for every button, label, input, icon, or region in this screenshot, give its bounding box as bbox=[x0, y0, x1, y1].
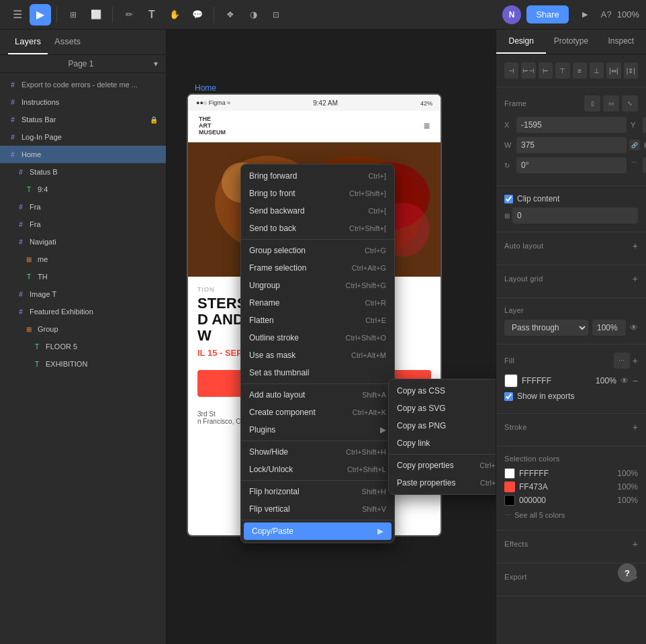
align-bottom-button[interactable]: ⊥ bbox=[590, 62, 604, 79]
layout-tool-button[interactable]: ⊡ bbox=[265, 4, 287, 26]
submenu-copy-properties[interactable]: Copy properties Ctrl+Alt+C bbox=[389, 457, 496, 474]
add-stroke-button[interactable]: + bbox=[633, 422, 638, 432]
layer-item-status-bar[interactable]: # Status Bar 🔒 bbox=[0, 111, 166, 128]
show-exports-checkbox[interactable] bbox=[504, 392, 513, 401]
layer-item-frame1[interactable]: # Fra bbox=[0, 198, 166, 216]
selection-color-swatch-2[interactable] bbox=[504, 481, 515, 492]
present-button[interactable]: ▶ bbox=[574, 4, 596, 26]
layer-item-instructions[interactable]: # Instructions bbox=[0, 93, 166, 111]
shape-tool-button[interactable]: ⬜ bbox=[85, 4, 107, 26]
fill-style-button[interactable]: ⋯ bbox=[614, 353, 630, 369]
menu-set-thumbnail[interactable]: Set as thumbnail bbox=[241, 364, 394, 381]
clip-content-checkbox[interactable] bbox=[504, 195, 513, 203]
tab-design[interactable]: Design bbox=[496, 30, 546, 54]
menu-add-auto-layout[interactable]: Add auto layout Shift+A bbox=[241, 386, 394, 404]
tab-prototype[interactable]: Prototype bbox=[546, 30, 596, 54]
see-all-colors-link[interactable]: See all 5 colors bbox=[514, 508, 565, 522]
layer-item-time-text[interactable]: T 9:4 bbox=[0, 181, 166, 198]
mask-tool-button[interactable]: ◑ bbox=[242, 4, 264, 26]
add-auto-layout-button[interactable]: + bbox=[633, 240, 638, 251]
submenu-copy-svg[interactable]: Copy as SVG bbox=[389, 400, 496, 417]
menu-frame-selection[interactable]: Frame selection Ctrl+Alt+G bbox=[241, 259, 394, 277]
menu-group-selection[interactable]: Group selection Ctrl+G bbox=[241, 242, 394, 259]
tab-assets[interactable]: Assets bbox=[48, 30, 87, 54]
menu-flip-horizontal[interactable]: Flip horizontal Shift+H bbox=[241, 483, 394, 500]
help-bubble[interactable]: ? bbox=[618, 563, 637, 582]
page-selector[interactable]: Page 1 ▾ bbox=[0, 55, 166, 73]
layer-item-group[interactable]: ⊞ Group bbox=[0, 320, 166, 338]
menu-copy-paste[interactable]: Copy/Paste ▶ bbox=[244, 522, 391, 540]
text-tool-button[interactable]: T bbox=[141, 4, 163, 26]
layer-item-image-t[interactable]: # Image T bbox=[0, 285, 166, 303]
menu-rename[interactable]: Rename Ctrl+R bbox=[241, 294, 394, 312]
submenu-copy-png[interactable]: Copy as PNG bbox=[389, 417, 496, 434]
blend-mode-select[interactable]: Pass through bbox=[504, 320, 588, 336]
fill-color-swatch[interactable] bbox=[504, 374, 518, 387]
fill-visibility-button[interactable]: 👁 bbox=[620, 376, 629, 385]
frame-tool-button[interactable]: ⊞ bbox=[62, 4, 84, 26]
layer-item-navigation[interactable]: # Navigati bbox=[0, 233, 166, 250]
menu-lock-unlock[interactable]: Lock/Unlock Ctrl+Shift+L bbox=[241, 461, 394, 478]
w-input[interactable] bbox=[516, 137, 627, 153]
add-effect-button[interactable]: + bbox=[633, 539, 638, 549]
distribute-v-button[interactable]: |⇕| bbox=[624, 62, 638, 79]
submenu-paste-properties[interactable]: Paste properties Ctrl+Alt+V bbox=[389, 474, 496, 492]
menu-bring-forward[interactable]: Bring forward Ctrl+] bbox=[241, 167, 394, 185]
remove-fill-button[interactable]: − bbox=[633, 375, 638, 386]
component-tool-button[interactable]: ❖ bbox=[220, 4, 241, 26]
menu-button[interactable]: ☰ bbox=[7, 4, 28, 26]
frame-resize-button[interactable]: ⤡ bbox=[622, 95, 638, 111]
submenu-copy-link[interactable]: Copy link bbox=[389, 434, 496, 452]
align-left-button[interactable]: ⊣ bbox=[504, 62, 518, 79]
layer-item-the-label[interactable]: T TH bbox=[0, 268, 166, 285]
hand-tool-button[interactable]: ✋ bbox=[164, 4, 185, 26]
layer-item-home[interactable]: # Home bbox=[0, 146, 166, 163]
layer-item-login-page[interactable]: # Log-In Page bbox=[0, 128, 166, 146]
menu-flip-vertical[interactable]: Flip vertical Shift+V bbox=[241, 500, 394, 518]
menu-bring-front[interactable]: Bring to front Ctrl+Shift+] bbox=[241, 185, 394, 202]
menu-show-hide[interactable]: Show/Hide Ctrl+Shift+H bbox=[241, 443, 394, 461]
comment-tool-button[interactable]: 💬 bbox=[187, 4, 208, 26]
hamburger-icon[interactable]: ≡ bbox=[424, 120, 430, 132]
corner-radius-input[interactable] bbox=[643, 157, 646, 173]
menu-send-backward[interactable]: Send backward Ctrl+[ bbox=[241, 202, 394, 220]
visibility-toggle[interactable]: 👁 bbox=[630, 323, 638, 332]
layer-item-floor5[interactable]: T FLOOR 5 bbox=[0, 338, 166, 355]
layer-item-exhibition[interactable]: T EXHIBITION bbox=[0, 355, 166, 373]
tab-inspect[interactable]: Inspect bbox=[596, 30, 646, 54]
x-input[interactable] bbox=[516, 117, 627, 133]
layer-item-frame2[interactable]: # Fra bbox=[0, 216, 166, 233]
zoom-level[interactable]: 100% bbox=[617, 9, 639, 19]
layer-item-featured[interactable]: # Featured Exhibition bbox=[0, 303, 166, 320]
share-button[interactable]: Share bbox=[526, 5, 569, 24]
menu-ungroup[interactable]: Ungroup Ctrl+Shift+G bbox=[241, 277, 394, 294]
opacity-input[interactable] bbox=[592, 320, 626, 336]
layer-item-me[interactable]: ⊞ me bbox=[0, 250, 166, 268]
frame-portrait-button[interactable]: ▯ bbox=[584, 95, 600, 111]
layer-item-export-errors[interactable]: # Export to code errors - delete me ... bbox=[0, 76, 166, 93]
align-right-button[interactable]: ⊢ bbox=[539, 62, 553, 79]
pen-tool-button[interactable]: ✏ bbox=[118, 4, 140, 26]
rotation-input[interactable] bbox=[516, 157, 627, 173]
menu-create-component[interactable]: Create component Ctrl+Alt+K bbox=[241, 404, 394, 421]
add-fill-button[interactable]: + bbox=[633, 353, 638, 369]
align-top-button[interactable]: ⊤ bbox=[555, 62, 569, 79]
move-tool-button[interactable]: ▶ bbox=[30, 4, 51, 26]
user-avatar[interactable]: N bbox=[502, 5, 521, 24]
menu-flatten[interactable]: Flatten Ctrl+E bbox=[241, 312, 394, 329]
tab-layers[interactable]: Layers bbox=[8, 30, 48, 54]
selection-color-swatch-3[interactable] bbox=[504, 495, 515, 506]
add-layout-grid-button[interactable]: + bbox=[633, 273, 638, 284]
menu-outline-stroke[interactable]: Outline stroke Ctrl+Shift+O bbox=[241, 329, 394, 347]
menu-send-back[interactable]: Send to back Ctrl+Shift+[ bbox=[241, 220, 394, 237]
distribute-h-button[interactable]: |⇔| bbox=[606, 62, 620, 79]
align-center-h-button[interactable]: ⊢⊣ bbox=[521, 62, 535, 79]
lock-aspect-button[interactable]: 🔗 bbox=[629, 140, 640, 150]
padding-input[interactable] bbox=[512, 208, 638, 224]
selection-color-swatch-1[interactable] bbox=[504, 468, 515, 479]
align-center-v-button[interactable]: ≡ bbox=[573, 62, 587, 79]
submenu-copy-css[interactable]: Copy as CSS bbox=[389, 382, 496, 400]
y-input[interactable] bbox=[643, 117, 646, 133]
menu-use-as-mask[interactable]: Use as mask Ctrl+Alt+M bbox=[241, 347, 394, 364]
layer-item-status-b[interactable]: # Status B bbox=[0, 163, 166, 181]
